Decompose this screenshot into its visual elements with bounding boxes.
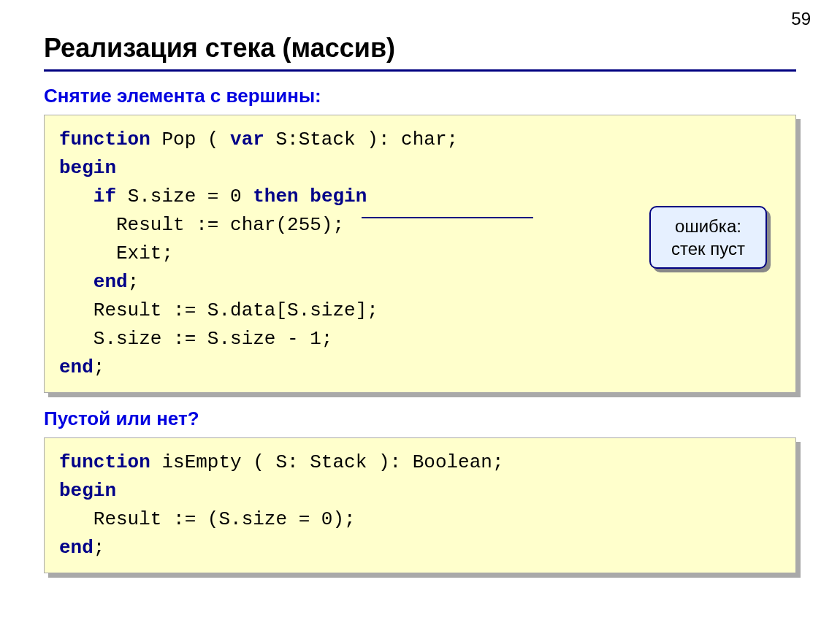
kw-end: end <box>93 271 128 293</box>
kw-end: end <box>59 356 93 378</box>
page-number: 59 <box>791 9 811 29</box>
title-divider <box>44 69 796 72</box>
code-text: Exit; <box>59 242 173 264</box>
code-text: S:Stack ): char; <box>264 129 458 150</box>
callout-connector <box>362 217 533 218</box>
code-block-empty-wrap: function isEmpty ( S: Stack ): Boolean; … <box>44 437 796 573</box>
kw-then-begin: then begin <box>253 186 367 207</box>
callout-wrap: ошибка: стек пуст <box>649 206 767 269</box>
page-title: Реализация стека (массив) <box>44 33 796 64</box>
error-callout: ошибка: стек пуст <box>649 206 767 269</box>
code-text: S.size := S.size - 1; <box>59 328 332 350</box>
code-text: ; <box>128 271 140 293</box>
code-text: S.size = 0 <box>116 186 253 207</box>
code-text: Result := S.data[S.size]; <box>59 299 378 321</box>
code-text <box>59 186 93 207</box>
callout-line1: ошибка: <box>675 216 741 236</box>
slide-content: Реализация стека (массив) Снятие элемент… <box>0 0 840 603</box>
kw-function: function <box>59 129 150 150</box>
code-text: Result := char(255); <box>59 214 344 236</box>
code-text: Pop ( <box>150 129 230 150</box>
callout-line2: стек пуст <box>671 239 745 259</box>
code-block-pop-wrap: function Pop ( var S:Stack ): char; begi… <box>44 115 796 393</box>
kw-function: function <box>59 451 150 473</box>
code-text: ; <box>93 537 105 559</box>
code-text <box>59 271 93 293</box>
kw-if: if <box>93 186 116 207</box>
code-text: isEmpty ( S: Stack ): Boolean; <box>150 451 504 473</box>
kw-var: var <box>230 129 264 150</box>
section-label-empty: Пустой или нет? <box>44 408 796 430</box>
code-text: Result := (S.size = 0); <box>59 508 356 530</box>
code-block-empty: function isEmpty ( S: Stack ): Boolean; … <box>44 437 796 573</box>
code-text: ; <box>93 356 105 378</box>
kw-begin: begin <box>59 157 116 179</box>
section-label-pop: Снятие элемента с вершины: <box>44 85 796 107</box>
kw-end: end <box>59 537 93 559</box>
kw-begin: begin <box>59 480 116 502</box>
